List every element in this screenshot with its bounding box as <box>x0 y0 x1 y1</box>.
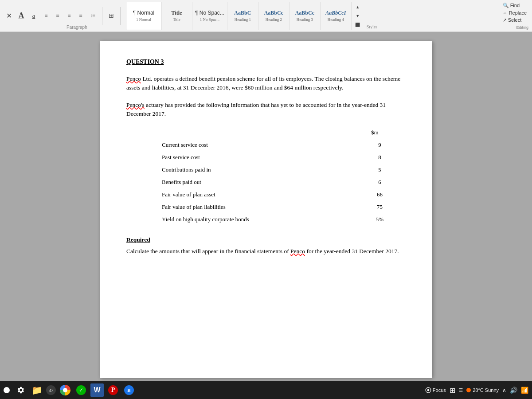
taskbar-grid-icon[interactable]: ⊞ <box>450 386 455 395</box>
close-icon[interactable]: ✕ <box>4 11 14 21</box>
taskbar-icon-settings[interactable] <box>14 383 27 397</box>
focus-button[interactable]: Focus <box>425 387 446 393</box>
font-down-a-icon[interactable]: a <box>28 11 39 21</box>
replace-label: Replace <box>509 10 527 16</box>
align-center-icon[interactable]: ≡ <box>52 11 63 21</box>
taskbar-icon-word[interactable]: W <box>90 383 104 397</box>
taskbar-icon-file-explorer[interactable]: 📁 <box>30 383 43 397</box>
taskbar-sound-icon[interactable]: 🔊 <box>510 387 517 394</box>
table-cell-label: Benefits paid out <box>126 176 354 188</box>
style-normal[interactable]: ¶ Normal 1 Normal <box>126 2 161 30</box>
table-row: Fair value of plan liabilities 75 <box>126 201 406 213</box>
weather-display: 28°C Sunny <box>466 387 499 393</box>
replace-button[interactable]: ↔ Replace <box>501 10 528 16</box>
style-title-preview: Title <box>172 10 182 16</box>
table-cell-value: 75 <box>354 201 406 213</box>
table-cell-value: 5% <box>354 213 406 226</box>
system-tray-expand[interactable]: ∧ <box>502 387 506 393</box>
penco-mention-3: Penco <box>290 248 305 254</box>
paragraph-1: Penco Ltd. operates a defined benefit pe… <box>126 74 406 93</box>
styles-scroll-up[interactable]: ▲ <box>352 3 363 12</box>
style-nospace-label: 1 No Spac... <box>200 17 219 22</box>
question-heading: QUESTION 3 <box>126 59 406 66</box>
underline-a-icon[interactable]: A <box>16 11 27 21</box>
table-cell-label: Yield on high quality corporate bonds <box>126 213 354 226</box>
table-value-header: $m <box>354 127 406 139</box>
find-button[interactable]: 🔍 Find <box>501 2 528 9</box>
table-label-header <box>126 127 354 139</box>
align-right-icon[interactable]: ≡ <box>64 11 74 21</box>
style-normal-preview: ¶ Normal <box>133 10 154 16</box>
styles-scroll: ▲ ▼ ⬛ <box>352 3 363 29</box>
taskbar-right: Focus ⊞ ≡ 28°C Sunny ∧ 🔊 📶 <box>425 386 528 395</box>
taskbar-icon-chrome[interactable] <box>59 383 72 397</box>
taskbar-icon-green[interactable]: ✓ <box>74 383 88 397</box>
required-text: Calculate the amounts that will appear i… <box>126 247 406 256</box>
style-h2-label: Heading 2 <box>266 17 282 22</box>
select-label: Select <box>508 17 522 23</box>
taskbar-badge-37[interactable]: 37 <box>46 385 56 395</box>
data-table: $m Current service cost 9 Past service c… <box>126 127 406 226</box>
paragraph-2: Penco's actuary has provided the followi… <box>126 101 406 119</box>
table-cell-label: Past service cost <box>126 151 354 164</box>
separator2 <box>120 7 121 25</box>
style-nospace[interactable]: ¶ No Spac... 1 No Spac... <box>192 2 227 30</box>
select-button[interactable]: ↗ Select <box>501 17 528 23</box>
editing-section-label: Editing <box>501 25 528 30</box>
select-arrow-icon: ↗ <box>503 17 507 23</box>
style-h3-preview: AaBbCc <box>295 10 314 16</box>
style-title[interactable]: Title Title <box>161 2 192 30</box>
start-button[interactable] <box>4 387 10 393</box>
styles-scroll-down[interactable]: ▼ <box>352 12 363 20</box>
taskbar-icon-browser[interactable]: B <box>122 383 136 397</box>
taskbar-list-icon[interactable]: ≡ <box>459 386 463 394</box>
table-cell-value: 9 <box>354 139 406 151</box>
style-h1-label: Heading 1 <box>235 17 251 22</box>
table-row: Fair value of plan asset 66 <box>126 188 406 201</box>
table-cell-value: 66 <box>354 188 406 201</box>
style-h3[interactable]: AaBbCc Heading 3 <box>289 2 321 30</box>
required-heading: Required <box>126 236 406 243</box>
table-row: Past service cost 8 <box>126 151 406 164</box>
focus-label: Focus <box>433 387 446 393</box>
taskbar-icon-p[interactable]: P <box>106 383 120 397</box>
penco-mention-2: Penco's <box>126 102 145 108</box>
styles-section-label: Styles <box>363 24 377 30</box>
svg-point-1 <box>427 389 430 391</box>
style-title-label: Title <box>173 17 180 22</box>
style-h1[interactable]: AaBbC Heading 1 <box>227 2 258 30</box>
replace-icon: ↔ <box>503 10 508 16</box>
document-page: QUESTION 3 Penco Ltd. operates a defined… <box>100 41 432 378</box>
ribbon-left: ✕ A a ≡ ≡ ≡ ≡ :≡ ⊞ <box>4 7 122 25</box>
table-cell-value: 8 <box>354 151 406 164</box>
styles-section: ¶ Normal 1 Normal Title Title ¶ No Spac.… <box>126 2 497 30</box>
list-bullet-icon[interactable]: :≡ <box>88 11 98 21</box>
shading-icon[interactable]: ⊞ <box>106 11 117 21</box>
table-row: Benefits paid out 6 <box>126 176 406 188</box>
table-cell-label: Fair value of plan liabilities <box>126 201 354 213</box>
style-normal-label: 1 Normal <box>136 17 151 22</box>
taskbar-network-icon[interactable]: 📶 <box>521 387 528 394</box>
taskbar-left: 📁 37 ✓ W P B <box>4 383 136 397</box>
list-icons-group: :≡ <box>88 11 98 21</box>
ribbon-editing: 🔍 Find ↔ Replace ↗ Select Editing <box>501 2 528 30</box>
paragraph-section-label: Paragraph <box>66 25 87 30</box>
style-h2-preview: AaBbCc <box>264 10 283 16</box>
style-h2[interactable]: AaBbCc Heading 2 <box>258 2 289 30</box>
style-h4-preview: AaBbCcI <box>325 10 346 16</box>
style-h3-label: Heading 3 <box>297 17 313 22</box>
table-cell-value: 5 <box>354 164 406 176</box>
separator1 <box>102 7 102 25</box>
weather-icon <box>466 388 471 392</box>
table-cell-label: Fair value of plan asset <box>126 188 354 201</box>
find-label: Find <box>510 3 520 8</box>
table-cell-label: Contributions paid in <box>126 164 354 176</box>
styles-expand[interactable]: ⬛ <box>352 20 363 29</box>
align-icons-group: ≡ ≡ ≡ ≡ <box>41 11 86 21</box>
align-left-icon[interactable]: ≡ <box>41 11 51 21</box>
style-h4[interactable]: AaBbCcI Heading 4 <box>321 2 352 30</box>
justify-icon[interactable]: ≡ <box>75 11 86 21</box>
style-h1-preview: AaBbC <box>234 10 251 16</box>
table-row: Contributions paid in 5 <box>126 164 406 176</box>
table-row: Yield on high quality corporate bonds 5% <box>126 213 406 226</box>
